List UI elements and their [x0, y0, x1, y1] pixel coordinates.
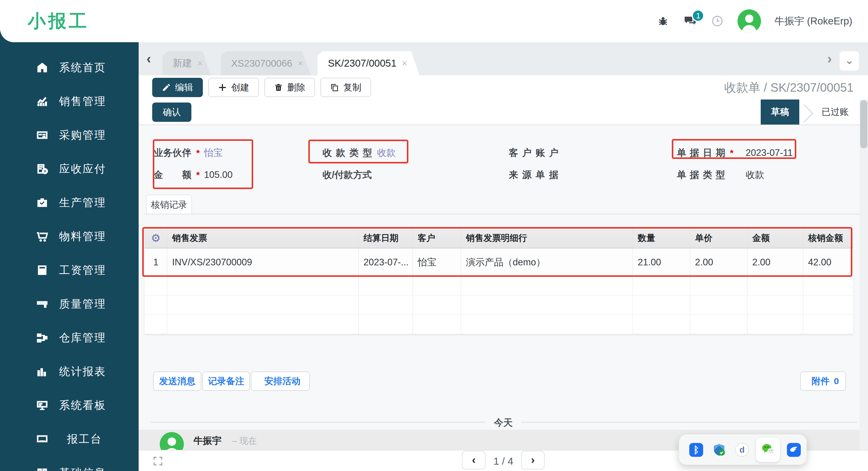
bluetooth-icon[interactable]: ᛒ — [689, 443, 703, 457]
tab-close-icon[interactable]: × — [298, 58, 303, 68]
avatar[interactable] — [738, 9, 761, 33]
field-document-date-label: 单据日期 — [677, 147, 725, 159]
dingtalk-wing-icon[interactable] — [787, 443, 801, 457]
field-document-date-value[interactable]: 2023-07-11 — [746, 147, 793, 158]
col-settle-date[interactable]: 结算日期 — [359, 229, 413, 248]
optional-columns-gear-icon[interactable]: ⚙ — [151, 232, 161, 244]
duplicate-button[interactable]: 复制 — [320, 78, 371, 97]
sidebar-item-label: 系统首页 — [59, 60, 106, 75]
sidebar-item-label: 采购管理 — [59, 128, 106, 143]
svg-text:¥: ¥ — [43, 169, 46, 173]
col-qty[interactable]: 数量 — [633, 229, 690, 248]
tab-close-icon[interactable]: × — [197, 58, 203, 68]
schedule-activity-label: 安排活动 — [264, 375, 301, 387]
field-partner-value[interactable]: 怡宝 — [204, 147, 223, 159]
scrollbar-track[interactable] — [860, 99, 868, 450]
sidebar-item-quality[interactable]: 质量管理 — [0, 287, 138, 321]
statusbar: 确认 草稿 已过账 — [138, 99, 868, 125]
field-payment-method-label: 收/付款方式 — [322, 169, 372, 181]
table-row[interactable]: 1 INV/XS/230700009 2023-07-... 怡宝 演示产品（d… — [145, 248, 853, 276]
field-payment-type: 收款类型 收款 — [322, 147, 396, 159]
cell-invoice-line: 演示产品（demo） — [461, 248, 633, 276]
log-note-button[interactable]: 记录备注 — [202, 372, 250, 391]
status-draft[interactable]: 草稿 — [761, 99, 799, 124]
notebook-tab-writeoff[interactable]: 核销记录 — [146, 195, 192, 214]
tab-close-icon[interactable]: × — [402, 58, 407, 68]
tab-label: XS230700066 — [231, 58, 292, 69]
tab-label: SK/2307/00051 — [328, 58, 397, 69]
table-empty-row — [145, 315, 853, 334]
app-logo[interactable]: 小报工 — [28, 9, 89, 33]
sidebar-item-payroll[interactable]: 工资管理 — [0, 253, 138, 287]
sidebar-item-production[interactable]: 生产管理 — [0, 186, 138, 219]
sidebar-item-terminal[interactable]: 报工台 — [0, 422, 138, 456]
edit-button[interactable]: 编辑 — [152, 78, 203, 97]
tab-sk-2307-00051[interactable]: SK/2307/00051 × — [318, 51, 420, 76]
message-count-badge: 1 — [692, 9, 704, 22]
sidebar-item-warehouse[interactable]: 仓库管理 — [0, 321, 138, 355]
sidebar-item-label: 报工台 — [59, 432, 102, 447]
defender-shield-icon[interactable] — [712, 443, 726, 457]
sidebar-item-dashboard[interactable]: 系统看板 — [0, 388, 138, 422]
status-pills: 草稿 已过账 — [761, 99, 859, 124]
field-amount-label: 金额 — [154, 169, 191, 181]
sidebar-item-receivable[interactable]: ¥ 应收应付 — [0, 152, 138, 186]
attachments-count: 0 — [834, 376, 839, 386]
col-unit-price[interactable]: 单价 — [690, 229, 747, 248]
table-header-row: ⚙ 销售发票 结算日期 客户 销售发票明细行 数量 单价 金额 核销金额 — [145, 229, 853, 248]
sidebar-item-materials[interactable]: 物料管理 — [0, 219, 138, 253]
bug-icon[interactable] — [656, 14, 670, 28]
col-invoice-line[interactable]: 销售发票明细行 — [461, 229, 633, 248]
cell-index: 1 — [145, 248, 167, 276]
sidebar-item-basics[interactable]: 基础信息 — [0, 456, 138, 471]
col-applied-amount[interactable]: 核销金额 — [803, 229, 853, 248]
delete-button[interactable]: 删除 — [264, 78, 315, 97]
user-name[interactable]: 牛振宇 (RokeErp) — [774, 14, 852, 28]
tab-new[interactable]: 新建 × — [162, 51, 211, 76]
edit-pencil-icon — [162, 83, 171, 92]
main-content: ‹ 新建 × XS230700066 × SK/2307/00051 × › ⌄… — [138, 42, 868, 471]
activity-clock-icon[interactable] — [710, 14, 724, 28]
sidebar-item-label: 基础信息 — [59, 466, 106, 471]
field-amount-value[interactable]: 105.00 — [204, 170, 233, 180]
col-customer[interactable]: 客户 — [413, 229, 461, 248]
report-barchart-icon — [36, 365, 49, 378]
sidebar-item-reports[interactable]: 统计报表 — [0, 355, 138, 388]
sidebar-item-purchase[interactable]: 采购管理 — [0, 118, 138, 152]
attachments-button[interactable]: 附件 0 — [800, 372, 846, 391]
warehouse-flow-icon — [36, 331, 49, 344]
send-message-button[interactable]: 发送消息 — [153, 372, 201, 391]
status-posted[interactable]: 已过账 — [811, 99, 859, 124]
field-payment-type-label: 收款类型 — [322, 147, 372, 159]
status-separator-chevron — [799, 99, 811, 124]
sidebar-item-home[interactable]: 系统首页 — [0, 51, 138, 84]
sidebar-item-sales[interactable]: 销售管理 — [0, 84, 138, 118]
tabs-list-dropdown-icon[interactable]: ⌄ — [840, 51, 859, 70]
cell-qty: 21.00 — [633, 248, 690, 276]
tabs-scroll-right-icon[interactable]: › — [827, 50, 832, 67]
sidebar-item-label: 物料管理 — [59, 229, 106, 244]
confirm-button[interactable]: 确认 — [152, 102, 191, 122]
sidebar-item-label: 仓库管理 — [59, 330, 106, 345]
duplicate-label: 复制 — [343, 81, 361, 94]
field-document-type-value[interactable]: 收款 — [746, 169, 764, 181]
col-invoice[interactable]: 销售发票 — [167, 229, 359, 248]
tab-xs230700066[interactable]: XS230700066 × — [221, 51, 311, 76]
home-icon — [36, 61, 49, 74]
create-button[interactable]: 创建 — [208, 78, 259, 97]
messages-icon[interactable]: 1 — [683, 14, 697, 28]
pager-next-button[interactable]: › — [521, 451, 545, 470]
message-avatar — [160, 432, 184, 450]
wechat-icon[interactable] — [761, 442, 775, 456]
tabs-scroll-left-icon[interactable]: ‹ — [147, 50, 151, 67]
pager-previous-button[interactable]: ‹ — [462, 451, 486, 470]
os-dock: ᛒ d — [679, 434, 807, 465]
field-payment-type-value[interactable]: 收款 — [377, 147, 396, 159]
payroll-calculator-icon — [36, 264, 49, 277]
col-amount[interactable]: 金额 — [747, 229, 803, 248]
scrollbar-thumb[interactable] — [860, 100, 867, 148]
cell-settle-date: 2023-07-... — [359, 248, 413, 276]
breadcrumb[interactable]: 收款单 / SK/2307/00051 — [724, 79, 854, 96]
d-app-icon[interactable]: d — [735, 443, 749, 457]
schedule-activity-button[interactable]: 安排活动 — [251, 372, 310, 391]
